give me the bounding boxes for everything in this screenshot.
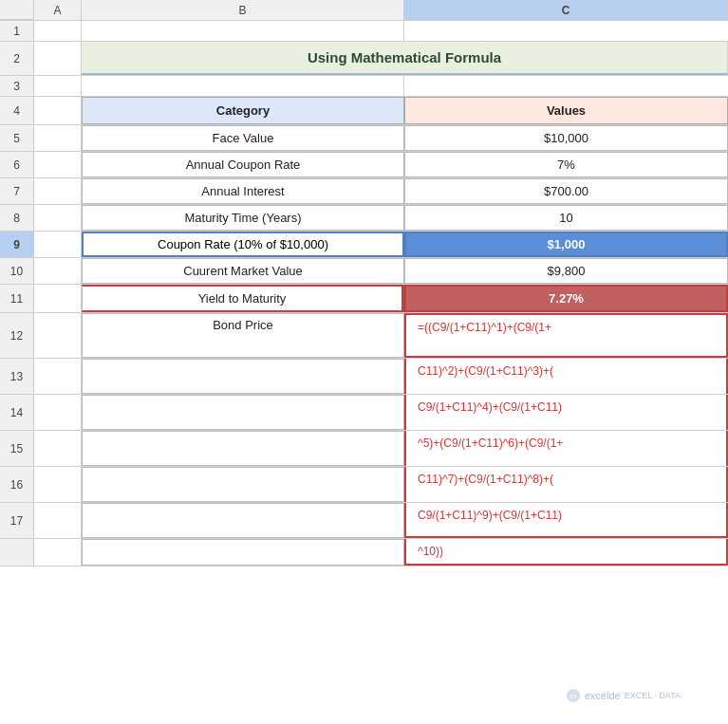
cell-b14[interactable] bbox=[82, 395, 404, 430]
cell-b7[interactable]: Annual Interest bbox=[82, 178, 404, 204]
table-row: 8 Maturity Time (Years) 10 bbox=[0, 205, 728, 232]
cell-a9[interactable] bbox=[34, 232, 82, 257]
cell-c9[interactable]: $1,000 bbox=[404, 232, 728, 257]
cell-a16[interactable] bbox=[34, 467, 82, 502]
table-row: 12 Bond Price =((C9/(1+C11)^1)+(C9/(1+ bbox=[0, 313, 728, 359]
cell-a6[interactable] bbox=[34, 152, 82, 177]
cell-c14-formula[interactable]: C9/(1+C11)^4)+(C9/(1+C11) bbox=[404, 395, 728, 430]
watermark: ex excelde EXCEL · DATA bbox=[566, 688, 681, 703]
formula-text-13: C11)^2)+(C9/(1+C11)^3)+( bbox=[414, 361, 557, 381]
cell-c10[interactable]: $9,800 bbox=[404, 258, 728, 284]
row-num-1: 1 bbox=[0, 21, 34, 41]
watermark-text: excelde bbox=[585, 690, 621, 701]
cell-a14[interactable] bbox=[34, 395, 82, 430]
row-num-6: 6 bbox=[0, 152, 34, 177]
svg-text:ex: ex bbox=[569, 693, 577, 699]
table-row: 9 Coupon Rate (10% of $10,000) $1,000 bbox=[0, 232, 728, 258]
row-num-3: 3 bbox=[0, 76, 34, 96]
cell-b5[interactable]: Face Value bbox=[82, 125, 404, 151]
row-num-12: 12 bbox=[0, 313, 34, 358]
cell-b3[interactable] bbox=[82, 76, 404, 96]
cell-c3[interactable] bbox=[404, 76, 728, 96]
row-num-4: 4 bbox=[0, 97, 34, 124]
cell-c4-header[interactable]: Values bbox=[404, 97, 728, 124]
cell-c5[interactable]: $10,000 bbox=[404, 125, 728, 151]
row-num-9: 9 bbox=[0, 232, 34, 257]
cell-b1[interactable] bbox=[82, 21, 404, 41]
cell-a2[interactable] bbox=[34, 42, 82, 75]
title-cell: Using Mathematical Formula bbox=[82, 42, 728, 75]
cell-c17b-formula[interactable]: ^10)) bbox=[404, 539, 728, 566]
cell-a1[interactable] bbox=[34, 21, 82, 41]
table-row: 11 Yield to Maturity 7.27% bbox=[0, 285, 728, 313]
table-row: 15 ^5)+(C9/(1+C11)^6)+(C9/(1+ bbox=[0, 431, 728, 467]
row-num-15: 15 bbox=[0, 431, 34, 466]
table-row: 1 bbox=[0, 21, 728, 42]
cell-a15[interactable] bbox=[34, 431, 82, 466]
cell-a13[interactable] bbox=[34, 359, 82, 394]
table-row: 16 C11)^7)+(C9/(1+C11)^8)+( bbox=[0, 467, 728, 503]
watermark-icon: ex bbox=[566, 688, 581, 703]
cell-c8[interactable]: 10 bbox=[404, 205, 728, 231]
cell-b13[interactable] bbox=[82, 359, 404, 394]
cell-c7[interactable]: $700.00 bbox=[404, 178, 728, 204]
table-row: 5 Face Value $10,000 bbox=[0, 125, 728, 152]
row-num-8: 8 bbox=[0, 205, 34, 231]
formula-text-17: C9/(1+C11)^9)+(C9/(1+C11) bbox=[414, 505, 566, 526]
formula-text-14: C9/(1+C11)^4)+(C9/(1+C11) bbox=[414, 397, 566, 418]
row-num-13: 13 bbox=[0, 359, 34, 394]
row-num-17b bbox=[0, 539, 34, 566]
cell-b9[interactable]: Coupon Rate (10% of $10,000) bbox=[82, 232, 404, 257]
cell-a5[interactable] bbox=[34, 125, 82, 151]
cell-b12[interactable]: Bond Price bbox=[82, 313, 404, 358]
cell-a17[interactable] bbox=[34, 503, 82, 538]
spreadsheet: A B C 1 2 Using Mathematical Formula 3 4 bbox=[0, 0, 728, 724]
cell-a8[interactable] bbox=[34, 205, 82, 231]
cell-c17-formula[interactable]: C9/(1+C11)^9)+(C9/(1+C11) bbox=[404, 503, 728, 538]
cell-a7[interactable] bbox=[34, 178, 82, 204]
cell-a3[interactable] bbox=[34, 76, 82, 96]
cell-a4[interactable] bbox=[34, 97, 82, 124]
table-row: ^10)) bbox=[0, 539, 728, 566]
cell-b11[interactable]: Yield to Maturity bbox=[82, 285, 404, 312]
row-num-2: 2 bbox=[0, 42, 34, 75]
cell-b4-header[interactable]: Category bbox=[82, 97, 404, 124]
table-row: 2 Using Mathematical Formula bbox=[0, 42, 728, 76]
watermark-sub: EXCEL · DATA bbox=[625, 691, 681, 700]
formula-text-16: C11)^7)+(C9/(1+C11)^8)+( bbox=[414, 469, 557, 490]
col-header-c[interactable]: C bbox=[404, 0, 728, 20]
table-row: 7 Annual Interest $700.00 bbox=[0, 178, 728, 205]
cell-c6[interactable]: 7% bbox=[404, 152, 728, 177]
formula-text-12: =((C9/(1+C11)^1)+(C9/(1+ bbox=[414, 317, 555, 338]
cell-a17b[interactable] bbox=[34, 539, 82, 566]
formula-text-17b: ^10)) bbox=[414, 541, 447, 562]
col-header-a[interactable]: A bbox=[34, 0, 82, 20]
formula-text-15: ^5)+(C9/(1+C11)^6)+(C9/(1+ bbox=[414, 433, 567, 454]
table-row: 17 C9/(1+C11)^9)+(C9/(1+C11) bbox=[0, 503, 728, 539]
table-row: 13 C11)^2)+(C9/(1+C11)^3)+( bbox=[0, 359, 728, 395]
cell-a10[interactable] bbox=[34, 258, 82, 284]
cell-c11[interactable]: 7.27% bbox=[404, 285, 728, 312]
col-header-b[interactable]: B bbox=[82, 0, 404, 20]
cell-c12-formula[interactable]: =((C9/(1+C11)^1)+(C9/(1+ bbox=[404, 313, 728, 358]
column-headers: A B C bbox=[0, 0, 728, 21]
row-num-17: 17 bbox=[0, 503, 34, 538]
row-num-11: 11 bbox=[0, 285, 34, 312]
row-num-10: 10 bbox=[0, 258, 34, 284]
cell-b17[interactable] bbox=[82, 503, 404, 538]
cell-b16[interactable] bbox=[82, 467, 404, 502]
cell-b15[interactable] bbox=[82, 431, 404, 466]
cell-c15-formula[interactable]: ^5)+(C9/(1+C11)^6)+(C9/(1+ bbox=[404, 431, 728, 466]
cell-a12[interactable] bbox=[34, 313, 82, 358]
cell-b10[interactable]: Cuurent Market Value bbox=[82, 258, 404, 284]
cell-b17b[interactable] bbox=[82, 539, 404, 566]
cell-c13-formula[interactable]: C11)^2)+(C9/(1+C11)^3)+( bbox=[404, 359, 728, 394]
cell-b6[interactable]: Annual Coupon Rate bbox=[82, 152, 404, 177]
cell-c16-formula[interactable]: C11)^7)+(C9/(1+C11)^8)+( bbox=[404, 467, 728, 502]
cell-b8[interactable]: Maturity Time (Years) bbox=[82, 205, 404, 231]
table-row: 10 Cuurent Market Value $9,800 bbox=[0, 258, 728, 285]
cell-a11[interactable] bbox=[34, 285, 82, 312]
row-num-16: 16 bbox=[0, 467, 34, 502]
cell-c1[interactable] bbox=[404, 21, 728, 41]
table-row: 14 C9/(1+C11)^4)+(C9/(1+C11) bbox=[0, 395, 728, 431]
